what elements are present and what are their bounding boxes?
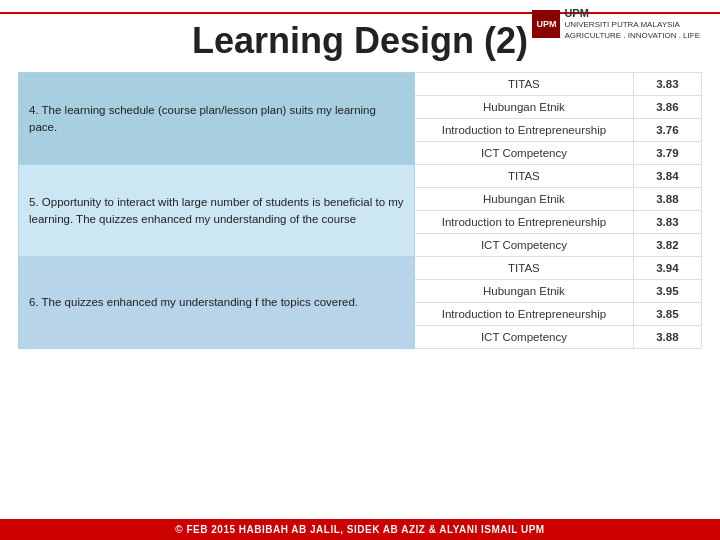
value-cell: 3.88 — [633, 188, 701, 211]
value-cell: 3.85 — [633, 303, 701, 326]
value-cell: 3.82 — [633, 234, 701, 257]
label-cell: TITAS — [415, 257, 634, 280]
label-cell: Introduction to Entrepreneurship — [415, 211, 634, 234]
logo-box-text: UPM — [536, 19, 556, 29]
question-5: 5. Opportunity to interact with large nu… — [19, 165, 415, 257]
label-cell: Hubungan Etnik — [415, 188, 634, 211]
university-logo: UPM UPM UNIVERSITI PUTRA MALAYSIA AGRICU… — [532, 6, 700, 41]
question-5-text: 5. Opportunity to interact with large nu… — [29, 196, 404, 224]
value-cell: 3.88 — [633, 326, 701, 349]
table-row: 5. Opportunity to interact with large nu… — [19, 165, 702, 188]
question-6-text: 6. The quizzes enhanced my understanding… — [29, 296, 358, 308]
question-6: 6. The quizzes enhanced my understanding… — [19, 257, 415, 349]
question-4-text: 4. The learning schedule (course plan/le… — [29, 104, 376, 132]
value-cell: 3.84 — [633, 165, 701, 188]
label-cell: Hubungan Etnik — [415, 96, 634, 119]
label-cell: Introduction to Entrepreneurship — [415, 119, 634, 142]
university-name: UNIVERSITI PUTRA MALAYSIA — [564, 20, 700, 30]
label-cell: TITAS — [415, 165, 634, 188]
value-cell: 3.83 — [633, 73, 701, 96]
label-cell: TITAS — [415, 73, 634, 96]
main-content: 4. The learning schedule (course plan/le… — [0, 72, 720, 349]
label-cell: ICT Competency — [415, 142, 634, 165]
page-header: UPM UPM UNIVERSITI PUTRA MALAYSIA AGRICU… — [0, 0, 720, 12]
label-cell: ICT Competency — [415, 326, 634, 349]
label-cell: ICT Competency — [415, 234, 634, 257]
logo-text-area: UPM UNIVERSITI PUTRA MALAYSIA AGRICULTUR… — [564, 6, 700, 41]
value-cell: 3.76 — [633, 119, 701, 142]
value-cell: 3.94 — [633, 257, 701, 280]
label-cell: Hubungan Etnik — [415, 280, 634, 303]
table-row: 4. The learning schedule (course plan/le… — [19, 73, 702, 96]
question-4: 4. The learning schedule (course plan/le… — [19, 73, 415, 165]
footer-text: © FEB 2015 HABIBAH AB JALIL, SIDEK AB AZ… — [175, 524, 544, 535]
data-table: 4. The learning schedule (course plan/le… — [18, 72, 702, 349]
label-cell: Introduction to Entrepreneurship — [415, 303, 634, 326]
value-cell: 3.86 — [633, 96, 701, 119]
value-cell: 3.95 — [633, 280, 701, 303]
university-tagline: AGRICULTURE . INNOVATION . LIFE — [564, 31, 700, 41]
table-row: 6. The quizzes enhanced my understanding… — [19, 257, 702, 280]
university-abbrev: UPM — [564, 6, 700, 20]
logo-box: UPM — [532, 10, 560, 38]
value-cell: 3.79 — [633, 142, 701, 165]
value-cell: 3.83 — [633, 211, 701, 234]
page-footer: © FEB 2015 HABIBAH AB JALIL, SIDEK AB AZ… — [0, 519, 720, 540]
